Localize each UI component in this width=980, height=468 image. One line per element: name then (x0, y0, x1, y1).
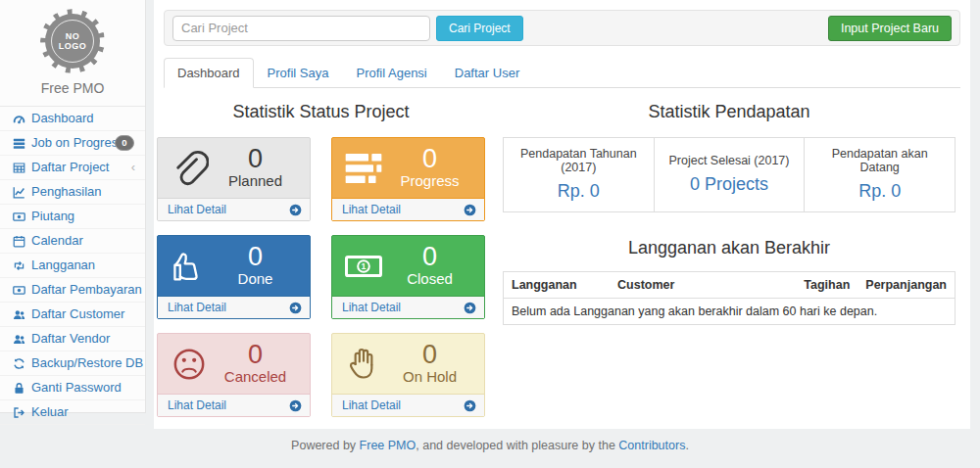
sidebar-item-daftar-project[interactable]: Daftar Project ‹ (0, 156, 145, 180)
card-body: 0 Planned (158, 138, 310, 198)
on-hold-label: On Hold (383, 368, 476, 387)
card-body: 0 Done (158, 236, 310, 296)
sidebar-item-calendar[interactable]: Calendar (0, 229, 145, 254)
arrow-circle-right-icon (289, 302, 302, 314)
status-card-done: 0 Done Lihat Detail (157, 235, 311, 319)
search-project-button[interactable]: Cari Project (436, 16, 523, 41)
planned-count: 0 (209, 145, 302, 172)
done-count: 0 (209, 243, 302, 270)
sidebar-item-label: Job on Progress (31, 135, 124, 151)
lock-icon (13, 382, 25, 395)
sidebar-item-label: Penghasilan (31, 184, 102, 200)
job-count-badge: 0 (115, 135, 134, 151)
sidebar-item-job-on-progress[interactable]: Job on Progress 0 (0, 131, 145, 156)
status-card-progress: 0 Progress Lihat Detail (331, 137, 485, 221)
status-cards-grid: 0 Planned Lihat Detail 0 Progre (157, 137, 485, 417)
income-section-title: Statistik Pendapatan (503, 102, 956, 122)
income-cell-projects-done: Project Selesai (2017) 0 Projects (654, 138, 805, 212)
arrow-circle-right-icon (464, 399, 476, 412)
column-header-perpanjangan: Perpanjangan (858, 272, 955, 299)
sidebar-item-label: Daftar Customer (31, 306, 124, 322)
project-search-input[interactable] (172, 16, 430, 41)
empty-subscription-message: Belum ada Langganan yang akan berakhir d… (504, 299, 956, 325)
new-project-button[interactable]: Input Project Baru (828, 16, 952, 41)
tab-daftar-user[interactable]: Daftar User (441, 58, 533, 88)
income-annual-value[interactable]: Rp. 0 (558, 181, 600, 201)
done-label: Done (209, 270, 302, 289)
column-header-customer: Customer (610, 272, 795, 299)
arrow-circle-right-icon (289, 399, 302, 412)
sidebar-item-backup-restore-db[interactable]: Backup/Restore DB (0, 351, 145, 376)
on-hold-detail-link[interactable]: Lihat Detail (332, 394, 484, 416)
money-icon (13, 284, 25, 297)
sidebar-item-langganan[interactable]: Langganan (0, 254, 145, 278)
card-body: 0 On Hold (332, 334, 484, 394)
logo-placeholder-text: NO LOGO (57, 31, 88, 52)
planned-detail-link[interactable]: Lihat Detail (158, 198, 310, 220)
progress-label: Progress (383, 172, 476, 191)
income-upcoming-value[interactable]: Rp. 0 (858, 181, 901, 201)
closed-label: Closed (383, 270, 476, 289)
canceled-detail-link[interactable]: Lihat Detail (158, 394, 310, 416)
tab-dashboard[interactable]: Dashboard (164, 58, 254, 88)
sidebar-item-daftar-vendor[interactable]: Daftar Vendor (0, 327, 145, 351)
planned-label: Planned (209, 172, 302, 191)
money-icon (13, 211, 25, 223)
sidebar-item-label: Langganan (31, 257, 95, 273)
tab-profil-saya[interactable]: Profil Saya (254, 58, 343, 88)
status-section-title: Statistik Status Project (157, 102, 485, 122)
projects-done-value[interactable]: 0 Projects (690, 174, 768, 194)
sidebar-item-label: Ganti Password (31, 380, 122, 396)
sidebar-menu: Dashboard Job on Progress 0 Daftar Proje… (0, 107, 145, 425)
canceled-label: Canceled (209, 368, 302, 387)
users-icon (13, 333, 25, 346)
column-header-langganan: Langganan (504, 272, 611, 299)
contributors-link[interactable]: Contributors (618, 439, 685, 452)
column-header-tagihan: Tagihan (795, 272, 858, 299)
card-body: 0 Closed (332, 236, 484, 296)
table-icon (13, 162, 25, 174)
income-stats-table: Pendapatan Tahunan (2017) Rp. 0 Project … (503, 137, 956, 212)
retweet-icon (13, 259, 25, 272)
on-hold-count: 0 (383, 341, 476, 368)
sidebar-item-ganti-password[interactable]: Ganti Password (0, 376, 145, 400)
app-name: Free PMO (0, 80, 145, 96)
detail-link-label: Lihat Detail (168, 398, 226, 412)
sidebar-item-label: Daftar Pembayaran (31, 282, 142, 298)
calendar-icon (13, 235, 25, 248)
detail-link-label: Lihat Detail (168, 301, 226, 314)
income-cell-annual: Pendapatan Tahunan (2017) Rp. 0 (504, 138, 655, 212)
paperclip-icon (170, 149, 209, 188)
tab-profil-agensi[interactable]: Profil Agensi (342, 58, 440, 88)
income-label: Pendapatan akan Datang (810, 147, 949, 174)
progress-detail-link[interactable]: Lihat Detail (332, 198, 484, 220)
sidebar-item-label: Daftar Vendor (31, 331, 110, 347)
closed-detail-link[interactable]: Lihat Detail (332, 296, 484, 318)
project-search-bar: Cari Project Input Project Baru (164, 10, 960, 46)
done-detail-link[interactable]: Lihat Detail (158, 296, 310, 318)
sidebar-item-piutang[interactable]: Piutang (0, 205, 145, 229)
status-card-closed: 0 Closed Lihat Detail (331, 235, 485, 319)
status-section: Statistik Status Project 0 Planned Lihat… (157, 96, 485, 417)
footer-text: Powered by (291, 439, 359, 452)
canceled-count: 0 (209, 341, 302, 368)
sidebar-item-label: Keluar (31, 404, 69, 420)
sidebar-item-daftar-pembayaran[interactable]: Daftar Pembayaran (0, 278, 145, 303)
sidebar-item-daftar-customer[interactable]: Daftar Customer (0, 303, 145, 327)
chevron-left-icon: ‹ (131, 161, 135, 174)
progress-count: 0 (383, 145, 476, 172)
footer-text: . (685, 439, 688, 452)
tab-bar: Dashboard Profil Saya Profil Agensi Daft… (164, 58, 960, 88)
card-body: 0 Progress (332, 138, 484, 198)
refresh-icon (13, 357, 25, 370)
sidebar-item-dashboard[interactable]: Dashboard (0, 107, 145, 131)
detail-link-label: Lihat Detail (342, 203, 401, 216)
sidebar-item-keluar[interactable]: Keluar (0, 400, 145, 425)
free-pmo-link[interactable]: Free PMO (360, 439, 416, 452)
tasks-icon (344, 149, 383, 188)
sign-out-icon (13, 406, 25, 419)
sidebar-item-label: Daftar Project (31, 160, 109, 175)
sidebar-item-penghasilan[interactable]: Penghasilan (0, 180, 145, 205)
hand-paper-icon (344, 345, 383, 384)
table-row: Belum ada Langganan yang akan berakhir d… (504, 299, 956, 325)
